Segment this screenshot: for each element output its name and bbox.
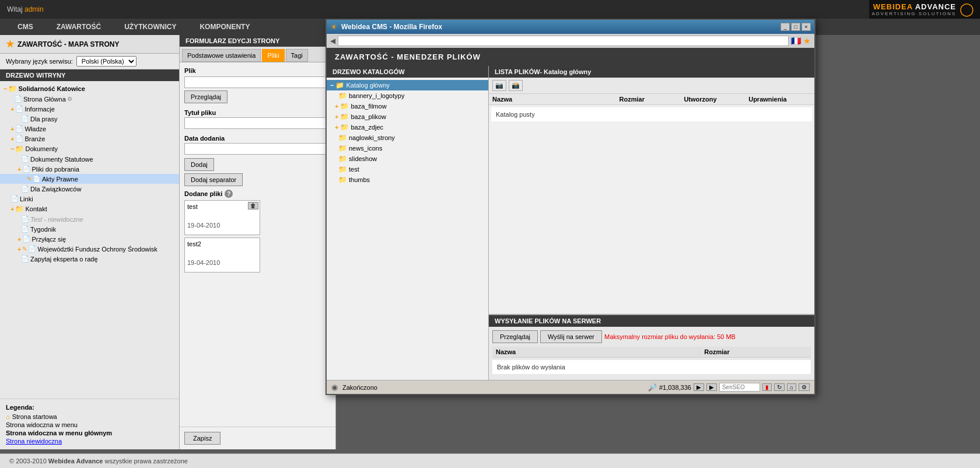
tree-item-dla-prasy[interactable]: 📄 Dla prasy bbox=[0, 114, 179, 124]
status-btn-1[interactable]: ▶ bbox=[694, 383, 704, 391]
form-body: Plik Przeglądaj Tytuł pliku Data dodania… bbox=[180, 62, 335, 427]
url-input[interactable]: http://solidarnosc.webidea.pl/pl-PL/admi… bbox=[338, 36, 789, 46]
upload-send-btn[interactable]: Wyślij na serwer bbox=[540, 330, 602, 343]
win-close[interactable]: × bbox=[802, 23, 811, 31]
nav-cms[interactable]: CMS bbox=[12, 20, 39, 33]
status-extra-btn[interactable]: ⚙ bbox=[799, 383, 810, 391]
fm-upload-btns: Przeglądaj Wyślij na serwer Maksymalny r… bbox=[492, 330, 811, 343]
przegladaj-button[interactable]: Przeglądaj bbox=[184, 90, 228, 103]
write-icon: ✎ bbox=[22, 246, 27, 252]
search-box[interactable] bbox=[719, 383, 760, 392]
fm-files-section: LISTA PLIKÓW- Katalog główny 📷 📸 Nazwa R… bbox=[489, 66, 814, 314]
status-btn-2[interactable]: ▶ bbox=[706, 383, 717, 391]
fm-tree-thumbs[interactable]: 📁 thumbs bbox=[327, 174, 488, 185]
tree-item-dokumenty-statutowe[interactable]: 📄 Dokumenty Statutowe bbox=[0, 154, 179, 164]
tab-files[interactable]: Pliki bbox=[262, 49, 284, 62]
tree-item-tygodnik[interactable]: 📄 Tygodnik bbox=[0, 224, 179, 234]
fm-minus-icon: − bbox=[330, 82, 334, 89]
plik-label: Plik bbox=[184, 67, 331, 74]
fm-tree-news-icons[interactable]: 📁 news_icons bbox=[327, 143, 488, 153]
tree-icon: ★ bbox=[6, 39, 14, 50]
separator-button[interactable]: Dodaj separator bbox=[184, 173, 243, 186]
tree-item-pliki-pobrania[interactable]: + 📄 Pliki do pobrania bbox=[0, 164, 179, 174]
tree-item-solidarnosc[interactable]: − 📁 Solidarność Katowice bbox=[0, 83, 179, 94]
dodane-pliki-label: Dodane pliki ? bbox=[184, 190, 331, 198]
fm-tree-baza-filmow[interactable]: + 📁 baza_filmow bbox=[327, 101, 488, 111]
username-link[interactable]: admin bbox=[24, 5, 44, 13]
write-icon: ✎ bbox=[27, 176, 32, 182]
tree-item-branze[interactable]: + 📄 Branże bbox=[0, 134, 179, 144]
file-input[interactable] bbox=[184, 76, 331, 88]
fm-tree-bannery[interactable]: 📁 bannery_i_logotypy bbox=[327, 90, 488, 101]
nav-components[interactable]: KOMPONENTY bbox=[194, 20, 256, 33]
page-icon: 📄 bbox=[10, 195, 19, 202]
win-maximize[interactable]: □ bbox=[791, 23, 800, 31]
popup-header: ZAWARTOŚĆ - MENEDZER PLIKÓW bbox=[327, 48, 814, 66]
data-label: Data dodania bbox=[184, 135, 331, 142]
fm-tree: DRZEWO KATALOGÓW − 📁 Katalog główny 📁 bbox=[327, 66, 489, 380]
page-icon: 📄 bbox=[22, 165, 30, 173]
zapisz-button[interactable]: Zapisz bbox=[184, 432, 220, 445]
fm-folder-icon: 📁 bbox=[338, 134, 347, 142]
legend-title: Legenda: bbox=[6, 404, 173, 411]
filename-1: test bbox=[187, 203, 257, 210]
tree-item-wladze[interactable]: + 📄 Władze bbox=[0, 124, 179, 134]
tree-item-linki[interactable]: 📄 Linki bbox=[0, 194, 179, 204]
folder-icon: 📁 bbox=[8, 85, 17, 93]
fm-tree-katalog[interactable]: − 📁 Katalog główny bbox=[327, 80, 488, 90]
win-minimize[interactable]: _ bbox=[780, 23, 790, 31]
footer: © 2003-2010 Webidea Advance wszystkie pr… bbox=[0, 453, 980, 468]
filedate-1: 19-04-2010 bbox=[187, 222, 257, 229]
page-icon: 📄 bbox=[15, 105, 23, 113]
status-stop-btn[interactable]: ▮ bbox=[762, 383, 772, 391]
fm-tree-slideshow[interactable]: 📁 slideshow bbox=[327, 153, 488, 164]
fm-tool-1[interactable]: 📷 bbox=[492, 80, 506, 91]
status-text: Zakończono bbox=[342, 384, 643, 391]
data-input[interactable]: 23-04-2010 bbox=[184, 143, 331, 155]
tree-item-akty-prawne[interactable]: ✎ 📄 Akty Prawne bbox=[0, 174, 179, 184]
back-icon: ◀ bbox=[330, 37, 335, 45]
fm-folder-icon: 📁 bbox=[338, 92, 347, 100]
tree-item-wojew[interactable]: + ✎ 📄 Województki Fundusz Ochrony Środow… bbox=[0, 244, 179, 254]
delete-file-1[interactable]: 🗑 bbox=[248, 202, 258, 209]
fm-tree-baza-plikow[interactable]: + 📁 baza_plikow bbox=[327, 111, 488, 122]
tree-item-strona-glowna[interactable]: 📄 Strona Główna ⚙ bbox=[0, 94, 179, 104]
file-item-1: 🗑 test 19-04-2010 bbox=[184, 200, 260, 235]
tytul-label: Tytuł pliku bbox=[184, 109, 331, 116]
status-reload-btn[interactable]: ↻ bbox=[774, 383, 785, 391]
fm-tree-naglowki[interactable]: 📁 naglowki_strony bbox=[327, 132, 488, 143]
fm-tree-baza-zdjec[interactable]: + 📁 baza_zdjec bbox=[327, 122, 488, 132]
filedate-2: 19-04-2010 bbox=[187, 259, 257, 266]
tab-basic[interactable]: Podstawowe ustawienia bbox=[182, 49, 261, 62]
fm-files-header: LISTA PLIKÓW- Katalog główny bbox=[489, 66, 814, 78]
plus-icon: + bbox=[10, 125, 14, 132]
lang-select[interactable]: Polski (Polska) bbox=[76, 56, 136, 67]
folder-icon: 📁 bbox=[15, 145, 24, 153]
tab-tags[interactable]: Tagi bbox=[286, 49, 308, 62]
fm-tree-test[interactable]: 📁 test bbox=[327, 164, 488, 174]
status-home-btn[interactable]: ⌂ bbox=[787, 383, 796, 391]
tree-item-dla-zwiazkow[interactable]: 📄 Dla Związkowców bbox=[0, 184, 179, 194]
legend: Legenda: ⌂ Strona startowa Strona widocz… bbox=[0, 399, 179, 449]
tree-item-informacje[interactable]: + 📄 Informacje bbox=[0, 104, 179, 114]
nav-content[interactable]: ZAWARTOŚĆ bbox=[51, 20, 107, 33]
files-grid: 🗑 test 19-04-2010 test2 19-04-2010 bbox=[184, 200, 331, 273]
tytul-input[interactable] bbox=[184, 117, 331, 129]
popup-urlbar: ◀ http://solidarnosc.webidea.pl/pl-PL/ad… bbox=[327, 34, 814, 48]
fm-tool-2[interactable]: 📸 bbox=[509, 80, 523, 91]
dodaj-button[interactable]: Dodaj bbox=[184, 158, 214, 171]
popup-title: Webidea CMS - Mozilla Firefox bbox=[341, 23, 442, 31]
plus-icon: + bbox=[18, 246, 21, 253]
help-icon: ? bbox=[225, 190, 233, 198]
tree-item-dokumenty[interactable]: − 📁 Dokumenty bbox=[0, 144, 179, 154]
col-size: Rozmiar bbox=[620, 96, 682, 103]
tree-item-zapytaj[interactable]: 📄 Zapytaj eksperta o radę bbox=[0, 254, 179, 264]
tree-item-test[interactable]: 📄 Test - niewidoczne bbox=[0, 214, 179, 224]
nav-users[interactable]: UŻYTKOWNICY bbox=[118, 20, 182, 33]
fm-files-empty: Katalog pusty bbox=[491, 107, 812, 121]
tree-item-kontakt[interactable]: + 📁 Kontakt bbox=[0, 204, 179, 214]
tree-item-przylacz[interactable]: + 📄 Przyłącz się bbox=[0, 234, 179, 244]
upload-browse-btn[interactable]: Przeglądaj bbox=[492, 330, 538, 343]
tree-header: DRZEWO WITRYNY bbox=[0, 69, 179, 81]
col-name: Nazwa bbox=[492, 96, 617, 103]
